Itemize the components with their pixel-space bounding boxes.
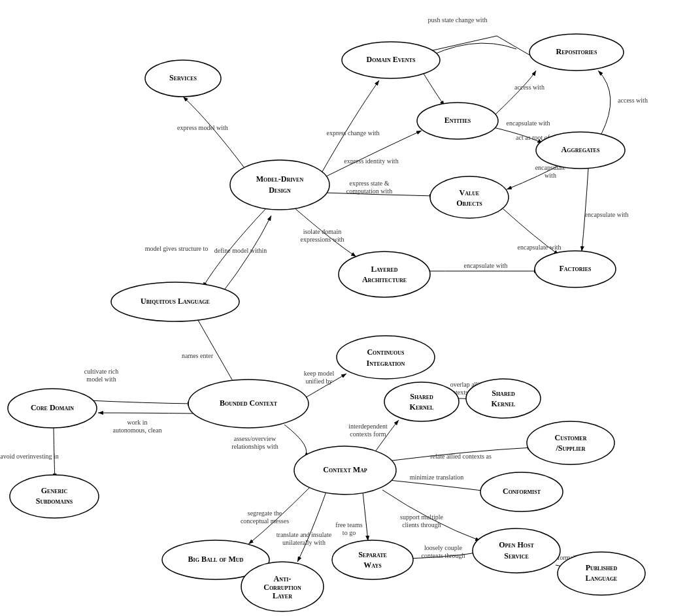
label-shared-kernel-1: Shared [410,392,433,401]
label-model-values2: computation with [346,187,392,195]
label-ctx-shared1: interdependent [348,423,388,430]
label-bounded-context: Bounded Context [220,398,278,408]
label-core-domain: Core Domain [31,403,74,412]
label-ctx-shared12: contexts form [350,430,386,438]
label-anticorruption2: Corruption [263,583,301,592]
label-open-host: Open Host [499,540,534,549]
label-model-driven2: Design [269,186,291,195]
label-separate-ways: Separate [358,550,387,559]
label-bounded-context2: relationships with [231,443,278,450]
label-shared-kernel-22: Kernel [492,399,516,408]
edge-bounded-context [284,425,307,457]
label-model-entities: express identity with [344,157,398,165]
label-entities-repos: access with [514,84,545,91]
label-core-bounded2: model with [86,376,116,383]
label-aggregates: Aggregates [561,145,600,154]
label-shared-kernel-2: Shared [492,389,515,398]
label-model-ubiq: model gives structure to [145,245,208,252]
label-repositories: Repositories [556,47,597,56]
label-anticorruption: Anti- [274,574,292,583]
edge-core-bounded [88,400,193,404]
label-separate-openhost2: contexts through [422,552,465,559]
label-agg-values2: with [545,172,556,179]
label-ctx-separate: free teams [335,521,362,528]
edge-ubiq-bounded [196,317,235,385]
edge-agg-repos [598,71,611,134]
label-separate-openhost: loosely couple [424,544,463,551]
label-layered-factories: encapsulate with [464,262,508,269]
label-published-lang2: Language [586,574,618,583]
label-generic-sub: Generic [41,486,68,495]
label-model-services: express model with [177,124,228,131]
label-ubiquitous: Ubiquitous Language [141,297,210,306]
label-customer-supplier: Customer [555,433,587,442]
label-value-objects: Value [460,188,480,197]
edge-agg-factories [582,169,588,251]
edge-bounded-core [98,413,196,413]
label-values-factories: encapsulate with [518,244,561,251]
node-continuous-int [337,336,435,379]
label-layered-arch: Layered [371,265,397,274]
label-ctx-openhost2: clients through [402,521,441,528]
label-ctx-openhost: support multiple [400,513,443,521]
label-model-events: express change with [326,129,379,137]
label-ctx-conf: minimize translation [410,474,463,481]
edge-model-services [183,97,248,173]
label-ctx-bigball: segregate the [248,510,282,517]
label-core-bounded: cultivate rich [84,368,118,375]
label-value-objects2: Objects [456,199,482,208]
edge-ctx-conf [389,480,487,491]
label-conformist: Conformist [503,487,541,496]
label-agg-repos: access with [618,97,648,104]
label-bounded-cont2: unified by [306,378,333,385]
label-events-entities: push state change with [428,16,488,24]
label-factories: Factories [560,264,592,273]
label-bounded-cont: keep model [304,370,335,377]
label-entities-agg: encapsulate with [507,120,550,127]
edge-entities-repos [495,71,536,114]
edge-events-entities [422,71,444,106]
label-bounded-context: assess/overview [234,435,276,442]
label-continuous-int2: Integration [367,359,405,368]
edge-model-entities [324,131,422,178]
label-open-host2: Service [504,551,529,560]
label-bounded-core: work in [127,419,148,426]
label-customer-supplier2: /Supplier [555,444,585,453]
label-ctx-anti: translate and insulate [276,531,332,538]
label-ctx-anti2: unilaterally with [282,539,326,546]
label-shared-kernel-12: Kernel [410,402,434,412]
concept-map: express model with express change with e… [0,0,687,616]
label-ctx-cust: relate allied contexts as [430,453,492,460]
node-value-objects [430,176,509,218]
label-ctx-separate2: to go [343,529,356,536]
label-model-layered: isolate domain [303,228,342,235]
label-core-generic: avoid overinvesting in [0,453,58,460]
label-ubiq-model: define model within [214,247,267,254]
label-agg-factories: encapsulate with [585,211,629,218]
label-ubiq-bounded: names enter [182,352,214,359]
label-model-values: express state & [349,180,389,187]
label-model-layered2: expressions with [301,236,344,243]
label-bounded-core2: autonomous, clean [113,427,162,434]
label-ctx-bigball2: conceptual messes [241,517,289,525]
label-context-map: Context Map [323,465,367,474]
label-entities: Entities [444,116,471,125]
edge-ctx-separate [363,492,368,541]
label-big-ball: Big Ball of Mud [188,555,244,564]
label-continuous-int: Continuous [367,348,405,357]
label-separate-ways2: Ways [363,560,382,570]
edge-ctx-anti [297,490,327,562]
label-domain-events: Domain Events [367,55,416,64]
label-published-lang: Published [586,563,618,572]
label-services: Services [169,73,197,82]
label-model-driven: Model-Driven [256,174,304,184]
label-layered-arch2: Architecture [362,275,407,284]
label-anticorruption3: Layer [273,591,292,600]
label-generic-sub2: Subdomains [36,496,73,506]
